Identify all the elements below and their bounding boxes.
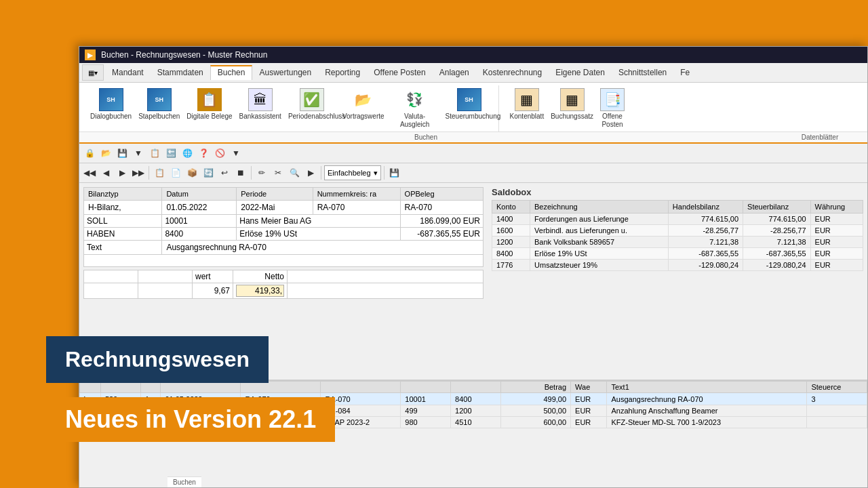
ribbon-label-steuerumbuchung: Steuerumbuchung <box>446 113 493 121</box>
totals-val5 <box>288 283 484 299</box>
menu-auswertungen[interactable]: Auswertungen <box>252 65 318 80</box>
lt-col-marker <box>80 382 101 393</box>
menu-mandant[interactable]: Mandant <box>105 65 151 80</box>
bilanztyp-input[interactable] <box>87 202 159 213</box>
toolbar-lock-btn[interactable]: 🔒 <box>82 146 97 161</box>
col-opbeleg: OPBeleg <box>400 188 483 201</box>
nav-mode-dropdown[interactable]: Einfachbeleg ▾ <box>324 165 381 180</box>
col-periode: Periode <box>237 188 313 201</box>
toolbar-globe-btn[interactable]: 🌐 <box>180 146 195 161</box>
menu-buchen[interactable]: Buchen <box>210 65 253 80</box>
menu-stammdaten[interactable]: Stammdaten <box>151 65 210 80</box>
nav-next-btn[interactable]: ▶ <box>115 165 130 180</box>
nav-prev-btn[interactable]: ◀ <box>98 165 113 180</box>
ribbon-btn-buchungssatz[interactable]: ▦ Buchungssatz <box>548 87 596 130</box>
ribbon-btn-vortragswerte[interactable]: 📂 Vortragswerte <box>340 87 387 130</box>
nav-sep1 <box>149 166 149 180</box>
ribbon-btn-offene-posten-db[interactable]: 📑 Offene Posten <box>597 87 627 130</box>
toolbar-copy-btn[interactable]: 📋 <box>147 146 162 161</box>
nav-undo-btn[interactable]: ↩ <box>217 165 232 180</box>
toolbar-stop-btn[interactable]: 🚫 <box>212 146 227 161</box>
saldo-cell-konto: 1400 <box>492 214 530 225</box>
saldo-cell-bezeichnung: Erlöse 19% USt <box>530 248 669 260</box>
nav-edit-btn[interactable]: ✏ <box>254 165 269 180</box>
toolbar-help-btn[interactable]: ❓ <box>196 146 211 161</box>
nav-first-btn[interactable]: ◀◀ <box>82 165 97 180</box>
form-empty-row <box>84 255 484 267</box>
opbeleg-input[interactable] <box>403 202 480 213</box>
menu-fe[interactable]: Fe <box>673 65 696 80</box>
toolbar-dropdown-btn[interactable]: ▼ <box>131 146 146 161</box>
nav-box-btn[interactable]: 📦 <box>184 165 199 180</box>
ribbon-label-periodenabschluss: Periodenabschluss <box>288 113 336 121</box>
lt-cell-text1: Anzahlung Anschaffung Beamer <box>607 405 807 417</box>
nav-play-btn[interactable]: ▶ <box>303 165 318 180</box>
saldobox-area: Saldobox Konto Bezeichnung Handelsbilanz… <box>488 183 867 380</box>
saldo-row: 1200 Bank Volksbank 589657 7.121,38 7.12… <box>492 237 863 248</box>
totals-wert-val: 9,67 <box>193 283 233 299</box>
periode-input[interactable] <box>239 202 309 213</box>
ribbon-btn-digitale-belege[interactable]: 📋 Digitale Belege <box>184 87 235 130</box>
ribbon-btn-kontenblatt[interactable]: ▦ Kontenblatt <box>507 87 547 130</box>
saldo-col-waehrung: Währung <box>810 201 863 214</box>
soll-bezeichnung: Hans Meier Bau AG <box>237 215 400 228</box>
menu-kostenrechnung[interactable]: Kostenrechnung <box>476 65 549 80</box>
lt-cell-betrag: 600,00 <box>500 417 570 428</box>
datum-input[interactable] <box>165 202 233 213</box>
totals-empty1 <box>84 270 138 283</box>
ribbon-btn-bankassistent[interactable]: 🏛 Bankassistent <box>237 87 284 130</box>
toolbar-open-btn[interactable]: 📂 <box>98 146 113 161</box>
saldo-col-steuerbilanz: Steuerbilanz <box>743 201 811 214</box>
nav-sep2 <box>251 166 252 180</box>
nav-new-btn[interactable]: 📋 <box>152 165 167 180</box>
saldo-row: 8400 Erlöse 19% USt -687.365,55 -687.365… <box>492 248 863 260</box>
menu-offene-posten[interactable]: Offene Posten <box>367 65 433 80</box>
haben-betrag: -687.365,55 EUR <box>400 228 483 241</box>
lt-cell-gegenkonto: 8400 <box>451 393 501 405</box>
nav-doc-btn[interactable]: 📄 <box>168 165 183 180</box>
haben-label: HABEN <box>84 228 162 241</box>
menu-anlagen[interactable]: Anlagen <box>433 65 476 80</box>
nav-scissors-btn[interactable]: ✂ <box>271 165 285 180</box>
soll-row: SOLL 10001 Hans Meier Bau AG 186.099,00 … <box>84 215 484 228</box>
title-bar: ▶ Buchen - Rechnungswesen - Muster Rechn… <box>79 47 867 63</box>
lt-cell-text1: Ausgangsrechnung RA-070 <box>607 393 807 405</box>
saldo-cell-konto: 1200 <box>492 237 530 248</box>
saldobox-title: Saldobox <box>492 187 863 197</box>
saldo-cell-steuerbilanz: -687.365,55 <box>743 248 811 260</box>
lt-col-konto <box>401 382 451 393</box>
ribbon-btn-periodenabschluss[interactable]: ✅ Periodenabschluss <box>285 87 338 130</box>
toolbar-save-btn[interactable]: 💾 <box>115 146 130 161</box>
menu-grid-btn[interactable]: ▦▾ <box>82 64 104 81</box>
haben-konto: 8400 <box>162 228 237 241</box>
nummernkreis-input[interactable] <box>316 202 397 213</box>
nav-refresh-btn[interactable]: 🔄 <box>201 165 216 180</box>
haben-row: HABEN 8400 Erlöse 19% USt -687.365,55 EU… <box>84 228 484 241</box>
ribbon-btn-stapelbuchen[interactable]: SH Stapelbuchen <box>136 87 182 130</box>
nav-final-btn[interactable]: 💾 <box>387 165 402 180</box>
ribbon-btn-steuerumbuchung[interactable]: SH Steuerumbuchung <box>443 87 496 130</box>
nav-search-btn[interactable]: 🔍 <box>287 165 302 180</box>
lt-cell-konto: 980 <box>401 417 451 428</box>
saldo-row: 1400 Forderungen aus Lieferunge 774.615,… <box>492 214 863 225</box>
lt-cell-wae: EUR <box>571 417 607 428</box>
nav-sep3 <box>321 166 321 180</box>
nav-last-btn[interactable]: ▶▶ <box>131 165 146 180</box>
ribbon-btn-dialogbuchen[interactable]: SH Dialogbuchen <box>87 87 134 130</box>
netto-input[interactable] <box>236 285 284 297</box>
menu-reporting[interactable]: Reporting <box>318 65 367 80</box>
saldo-cell-bezeichnung: Bank Volksbank 589657 <box>530 237 669 248</box>
text-input[interactable] <box>165 242 480 253</box>
saldo-cell-bezeichnung: Verbindl. aus Lieferungen u. <box>530 225 669 237</box>
nav-stop2-btn[interactable]: ⏹ <box>233 165 248 180</box>
menu-schnittstellen[interactable]: Schnittstellen <box>612 65 673 80</box>
toolbar-back-btn[interactable]: 🔙 <box>163 146 178 161</box>
menu-eigene-daten[interactable]: Eigene Daten <box>549 65 612 80</box>
text-row: Text <box>84 241 484 255</box>
lt-cell-steuer <box>807 417 867 428</box>
toolbar-arrow-btn[interactable]: ▼ <box>229 146 243 161</box>
saldo-cell-steuerbilanz: 7.121,38 <box>743 237 811 248</box>
ribbon-btn-valuta-ausgleich[interactable]: 💱 Valuta-Ausgleich <box>389 87 441 130</box>
ribbon-label-vortragswerte: Vortragswerte <box>342 113 384 121</box>
soll-betrag: 186.099,00 EUR <box>400 215 483 228</box>
